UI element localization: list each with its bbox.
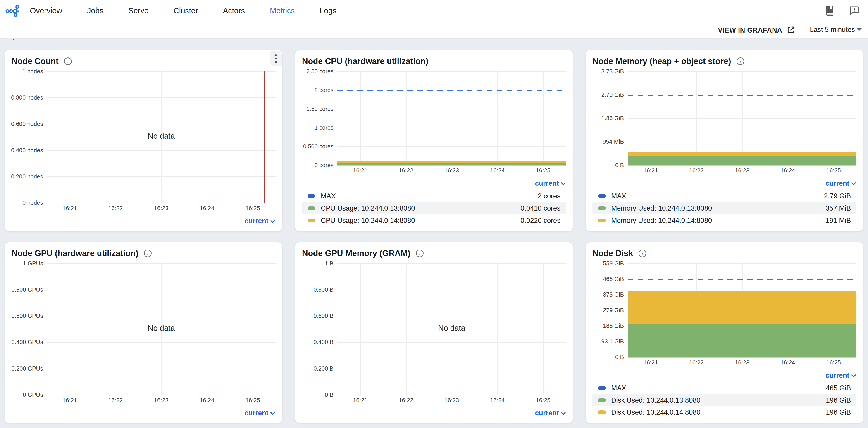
y-tick-label: 0.600 B <box>313 312 334 319</box>
legend-row[interactable]: Memory Used: 10.244.0.13:8080357 MiB <box>592 202 857 214</box>
x-tick-label: 16:24 <box>200 397 214 403</box>
select-caret-icon <box>857 28 862 31</box>
legend-label: MAX <box>321 192 336 200</box>
legend-label: MAX <box>611 384 626 392</box>
x-tick-label: 16:24 <box>781 359 795 366</box>
chart: 3.73 GiB2.79 GiB1.86 GiB954 MiB0 B16:211… <box>592 71 857 176</box>
docs-button[interactable] <box>824 5 835 17</box>
nav-tab-serve[interactable]: Serve <box>128 6 149 15</box>
nav-tab-jobs[interactable]: Jobs <box>87 6 103 15</box>
current-dropdown[interactable]: current <box>535 179 565 187</box>
nav-tab-overview[interactable]: Overview <box>30 6 62 15</box>
current-dropdown[interactable]: current <box>245 409 275 417</box>
x-tick-label: 16:21 <box>62 205 77 211</box>
x-tick-label: 16:22 <box>689 167 704 174</box>
series-swatch-yellow <box>308 219 315 222</box>
panel-menu-kebab-icon[interactable] <box>270 51 282 66</box>
x-tick-label: 16:21 <box>62 397 77 403</box>
panel-title: Node CPU (hardware utilization) <box>302 57 428 66</box>
chevron-down-icon <box>561 410 566 415</box>
y-axis: 559 GiB466 GiB373 GiB279 GiB186 GiB93.1 … <box>592 263 628 357</box>
info-icon[interactable]: i <box>64 58 72 65</box>
ray-logo[interactable] <box>5 5 19 17</box>
x-tick-label: 16:22 <box>108 205 123 211</box>
y-tick-label: 3.73 GiB <box>601 68 624 75</box>
x-tick-label: 16:22 <box>399 397 413 403</box>
legend-label: Disk Used: 10.244.0.13:8080 <box>611 396 700 404</box>
legend-label: MAX <box>611 192 626 200</box>
y-tick-label: 0.800 B <box>313 286 334 293</box>
info-icon[interactable]: i <box>737 58 744 65</box>
current-dropdown[interactable]: current <box>826 371 855 379</box>
metrics-content: Hardware Utilization Node Counti1 nodes0… <box>0 39 868 428</box>
ray-dashboard-app: OverviewJobsServeClusterActorsMetricsLog… <box>0 0 868 428</box>
x-tick-label: 16:25 <box>536 397 550 403</box>
x-tick-label: 16:21 <box>643 167 658 174</box>
docs-book-icon <box>824 5 835 17</box>
nav-tab-cluster[interactable]: Cluster <box>174 6 198 15</box>
nav-tab-actors[interactable]: Actors <box>223 6 245 15</box>
y-axis: 1 nodes0.800 nodes0.600 nodes0.400 nodes… <box>11 71 47 203</box>
series-area-green <box>337 163 566 165</box>
y-tick-label: 373 GiB <box>603 291 624 298</box>
legend-row[interactable]: CPU Usage: 10.244.0.14:80800.0220 cores <box>302 214 566 226</box>
feedback-button[interactable] <box>848 5 860 17</box>
section-header-hardware-utilization[interactable]: Hardware Utilization <box>8 39 864 43</box>
x-tick-label: 16:25 <box>826 167 841 174</box>
plot-area: No data <box>47 71 275 203</box>
metrics-toolbar: VIEW IN GRAFANA Last 5 minutes <box>0 22 868 39</box>
legend-value: 0.0410 cores <box>515 204 560 212</box>
plot-area: No data <box>337 263 566 395</box>
y-axis: 1 B0.800 B0.600 B0.400 B0.200 B0 B <box>302 263 337 395</box>
current-dropdown[interactable]: current <box>245 217 275 225</box>
no-data-text: No data <box>337 324 566 333</box>
legend-row[interactable]: MAX2.79 GiB <box>592 190 857 202</box>
x-tick-label: 16:23 <box>735 359 749 366</box>
legend-row[interactable]: CPU Usage: 10.244.0.13:80800.0410 cores <box>302 202 566 214</box>
chevron-down-icon <box>561 180 566 185</box>
legend-label: Memory Used: 10.244.0.14:8080 <box>611 217 712 224</box>
x-tick-label: 16:22 <box>689 359 704 366</box>
current-dropdown[interactable]: current <box>826 179 855 187</box>
x-axis: 16:2116:2216:2316:2416:25 <box>628 167 857 176</box>
legend-value: 2.79 GiB <box>818 192 851 200</box>
info-icon[interactable]: i <box>416 250 424 257</box>
y-tick-label: 1.86 GiB <box>601 115 624 122</box>
legend-row[interactable]: MAX2 cores <box>302 190 566 202</box>
panel-node-cpu: Node CPU (hardware utilization)2.50 core… <box>295 50 573 231</box>
y-tick-label: 0 cores <box>314 162 334 168</box>
legend-row[interactable]: Memory Used: 10.244.0.14:8080191 MiB <box>592 214 857 226</box>
legend-row[interactable]: Disk Used: 10.244.0.13:8080196 GiB <box>592 394 857 406</box>
legend-row[interactable]: Disk Used: 10.244.0.14:8080196 GiB <box>592 406 857 419</box>
time-range-select[interactable]: Last 5 minutes <box>807 25 864 36</box>
legend-value: 2 cores <box>532 192 560 200</box>
x-tick-label: 16:24 <box>781 167 795 174</box>
chart: 1 nodes0.800 nodes0.600 nodes0.400 nodes… <box>11 71 276 214</box>
nav-tab-logs[interactable]: Logs <box>320 6 337 15</box>
x-tick-label: 16:24 <box>490 397 505 403</box>
y-tick-label: 93.1 GiB <box>601 338 624 345</box>
nav-tabs: OverviewJobsServeClusterActorsMetricsLog… <box>30 6 337 15</box>
chart: 559 GiB466 GiB373 GiB279 GiB186 GiB93.1 … <box>592 263 857 368</box>
series-swatch-blue <box>308 194 315 198</box>
x-tick-label: 16:24 <box>200 205 214 211</box>
panels-grid: Node Counti1 nodes0.800 nodes0.600 nodes… <box>4 50 864 423</box>
current-dropdown[interactable]: current <box>535 409 565 417</box>
y-tick-label: 1 B <box>325 260 334 266</box>
info-icon[interactable]: i <box>639 250 646 257</box>
y-tick-label: 1.50 cores <box>306 105 334 112</box>
view-in-grafana-button[interactable]: VIEW IN GRAFANA <box>715 26 798 35</box>
y-tick-label: 1 cores <box>314 124 334 131</box>
nav-tab-metrics[interactable]: Metrics <box>270 6 294 15</box>
nav-icon-group <box>824 5 860 17</box>
y-tick-label: 0.200 GPUs <box>11 365 43 372</box>
info-icon[interactable]: i <box>144 250 152 257</box>
y-tick-label: 186 GiB <box>603 323 624 329</box>
y-axis: 2.50 cores2 cores1.50 cores1 cores0.500 … <box>302 71 337 165</box>
y-tick-label: 0.400 B <box>313 339 334 345</box>
legend-value: 196 GiB <box>820 396 851 404</box>
y-tick-label: 0 GPUs <box>23 391 43 398</box>
legend-label: Memory Used: 10.244.0.13:8080 <box>611 204 712 212</box>
legend-row[interactable]: MAX465 GiB <box>592 382 857 394</box>
y-tick-label: 0.600 GPUs <box>11 312 43 319</box>
